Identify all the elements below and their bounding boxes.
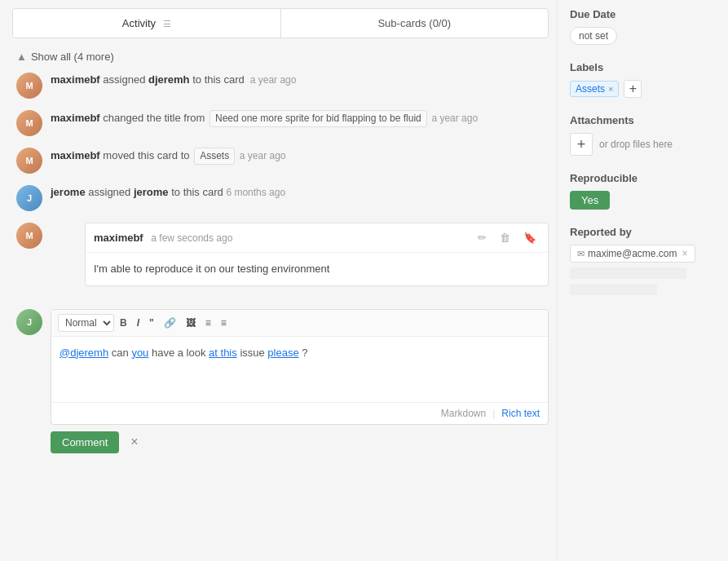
reporter-remove[interactable]: × [682,248,688,259]
email-icon: ✉ [577,249,585,259]
reply-area: J Normal B I " 🔗 🖼 ≡ ≡ @djeremh [16,309,549,425]
bold-button[interactable]: B [116,315,131,331]
tab-bar: Activity ☰ Sub-cards (0/0) [12,8,549,38]
sidebar: Due Date not set Labels Assets × + Attac… [557,0,728,561]
unordered-list-button[interactable]: ≡ [201,315,215,331]
moved-to-badge: Assets [194,148,235,165]
avatar: M [16,110,42,136]
editor-link-at-this: at this [209,347,237,359]
show-all-icon: ▲ [16,51,27,63]
due-date-section: Due Date not set [570,8,716,45]
avatar: M [16,148,42,174]
comment-header: maximebf a few seconds ago ✏ 🗑 🔖 [86,223,548,253]
label-assets-remove[interactable]: × [608,84,613,94]
due-date-value[interactable]: not set [570,27,617,45]
image-button[interactable]: 🖼 [182,315,200,331]
reproducible-label: Reproducible [570,172,716,184]
activity-time: a year ago [240,150,286,161]
activity-text: maximebf changed the title from Need one… [51,110,549,127]
tab-activity[interactable]: Activity ☰ [13,9,281,38]
attachments-label: Attachments [570,114,716,126]
markdown-mode-label[interactable]: Markdown [441,408,486,419]
comment-footer-row: Comment × [51,431,549,453]
editor-text3: issue [240,347,267,359]
labels-row: Assets × + [570,80,716,98]
due-date-label: Due Date [570,8,716,20]
editor-content[interactable]: @djeremh can you have a look at this iss… [51,337,548,402]
link-button[interactable]: 🔗 [160,315,180,331]
tab-subcards[interactable]: Sub-cards (0/0) [281,9,549,38]
comment-with-avatar: M maximebf a few seconds ago ✏ 🗑 🔖 I'm a… [16,223,549,298]
reply-editor: Normal B I " 🔗 🖼 ≡ ≡ @djeremh can you ha… [51,309,549,425]
activity-time: a year ago [431,113,478,124]
quote-button[interactable]: " [145,315,158,331]
activity-text: jerome assigned jerome to this card 6 mo… [51,185,549,200]
reporter-email: maxime@acme.com [588,248,677,259]
avatar: M [16,223,42,249]
add-label-button[interactable]: + [624,80,642,98]
ordered-list-button[interactable]: ≡ [217,315,231,331]
blurred-placeholder [570,267,686,279]
labels-label: Labels [570,61,716,73]
show-all-text: Show all (4 more) [31,51,114,63]
mention-tag: @djeremh [60,347,108,359]
richtext-mode-label[interactable]: Rich text [501,408,540,419]
activity-target: djeremh [148,73,190,86]
activity-item: M maximebf changed the title from Need o… [16,110,549,136]
editor-text2: have a look [152,347,209,359]
reproducible-yes-button[interactable]: Yes [570,191,610,210]
reported-by-section: Reported by ✉ maxime@acme.com × [570,226,716,295]
reporter-chip: ✉ maxime@acme.com × [570,245,695,263]
attachments-section: Attachments + or drop files here [570,114,716,156]
activity-item: J jerome assigned jerome to this card 6 … [16,185,549,211]
activity-author: maximebf [51,73,100,86]
activity-item: M maximebf assigned djeremh to this card… [16,73,549,99]
comment-submit-button[interactable]: Comment [51,431,119,453]
comment-actions: ✏ 🗑 🔖 [474,230,540,245]
activity-item: M maximebf moved this card to Assets a y… [16,148,549,174]
delete-comment-button[interactable]: 🗑 [496,230,514,245]
upload-hint: or drop files here [599,139,673,150]
activity-icon: ☰ [163,19,171,29]
editor-text: can [112,347,132,359]
editor-footer: Markdown | Rich text [51,402,548,424]
reported-by-label: Reported by [570,226,716,238]
activity-author: maximebf [51,149,100,161]
tab-activity-label: Activity [122,17,156,29]
activity-text: maximebf moved this card to Assets a yea… [51,148,549,165]
avatar: J [16,309,42,335]
editor-link-please: please [267,347,298,359]
upload-area: + or drop files here [570,133,716,156]
cancel-button[interactable]: × [127,431,141,453]
activity-time: a year ago [247,74,296,86]
activity-author: jerome [51,186,86,198]
comment-time: a few seconds ago [151,232,232,244]
italic-button[interactable]: I [133,315,143,331]
reproducible-section: Reproducible Yes [570,172,716,210]
comment-author: maximebf [94,232,143,244]
comment-body: I'm able to reproduce it on our testing … [86,253,548,285]
label-assets-text: Assets [576,83,605,95]
bookmark-comment-button[interactable]: 🔖 [520,230,540,245]
editor-link-you: you [131,347,148,359]
label-assets: Assets × [570,81,619,97]
blurred-placeholder [570,284,657,295]
activity-target: jerome [134,186,169,198]
show-all-link[interactable]: ▲ Show all (4 more) [16,51,549,63]
upload-button[interactable]: + [570,133,593,156]
activity-author: maximebf [51,112,100,124]
activity-time: 6 months ago [226,187,285,198]
activity-feed: ▲ Show all (4 more) M maximebf assigned … [12,51,549,553]
old-title: Need one more sprite for bid flapping to… [210,110,427,127]
comment-card: maximebf a few seconds ago ✏ 🗑 🔖 I'm abl… [85,223,549,286]
tab-subcards-label: Sub-cards (0/0) [377,17,451,29]
avatar: J [16,185,42,211]
format-select[interactable]: Normal [58,314,114,332]
labels-section: Labels Assets × + [570,61,716,98]
avatar: M [16,73,42,99]
editor-text4: ? [302,347,307,359]
edit-comment-button[interactable]: ✏ [474,230,490,245]
editor-toolbar: Normal B I " 🔗 🖼 ≡ ≡ [51,310,548,337]
activity-text: maximebf assigned djeremh to this card a… [51,73,549,87]
